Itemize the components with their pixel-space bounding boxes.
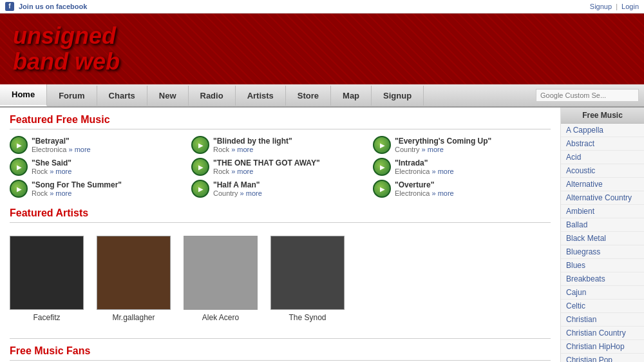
nav-radio[interactable]: Radio bbox=[189, 86, 236, 106]
nav-artists[interactable]: Artists bbox=[236, 86, 286, 106]
music-title: "Everything's Coming Up" bbox=[395, 137, 491, 146]
play-button[interactable] bbox=[373, 180, 391, 198]
sidebar-item-cajun[interactable]: Cajun bbox=[561, 286, 644, 300]
topbar: f Join us on facebook Signup | Login bbox=[0, 0, 644, 14]
login-link[interactable]: Login bbox=[621, 3, 639, 10]
site-logo: unsigned band web bbox=[13, 23, 120, 74]
sidebar-item-acid[interactable]: Acid bbox=[561, 151, 644, 164]
artist-image bbox=[270, 236, 345, 310]
nav-charts[interactable]: Charts bbox=[97, 86, 147, 106]
list-item: "She Said" Rock » more bbox=[10, 158, 187, 176]
main-nav: Home Forum Charts New Radio Artists Stor… bbox=[0, 84, 644, 108]
music-genre: Rock » more bbox=[32, 167, 71, 175]
music-info: "Everything's Coming Up" Country » more bbox=[395, 137, 491, 153]
auth-links: Signup | Login bbox=[590, 3, 639, 10]
sidebar-item-christian-hiphop[interactable]: Christian HipHop bbox=[561, 340, 644, 354]
play-button[interactable] bbox=[10, 158, 28, 176]
more-link[interactable]: » more bbox=[68, 146, 90, 153]
music-info: "THE ONE THAT GOT AWAY" Rock » more bbox=[213, 158, 320, 175]
music-title: "Song For The Summer" bbox=[32, 180, 122, 189]
play-button[interactable] bbox=[191, 136, 209, 154]
sidebar-item-christian[interactable]: Christian bbox=[561, 313, 644, 327]
music-genre: Electronica » more bbox=[32, 146, 91, 153]
signup-link[interactable]: Signup bbox=[590, 3, 612, 10]
music-genre: Rock » more bbox=[32, 189, 122, 197]
more-link[interactable]: » more bbox=[431, 189, 453, 197]
sidebar-item-blues[interactable]: Blues bbox=[561, 259, 644, 272]
artist-name: Mr.gallagher bbox=[112, 313, 155, 322]
sidebar-item-christian-country[interactable]: Christian Country bbox=[561, 327, 644, 340]
section-divider bbox=[10, 338, 551, 339]
play-button[interactable] bbox=[10, 180, 28, 198]
search-input[interactable] bbox=[536, 89, 639, 102]
more-link[interactable]: » more bbox=[240, 189, 262, 197]
sidebar-item-black-metal[interactable]: Black Metal bbox=[561, 232, 644, 245]
music-info: "Intrada" Electronica » more bbox=[395, 158, 454, 175]
sidebar-item-acappella[interactable]: A Cappella bbox=[561, 124, 644, 137]
sidebar-item-bluegrass[interactable]: Bluegrass bbox=[561, 245, 644, 259]
fans-title: Free Music Fans bbox=[10, 345, 551, 361]
music-genre: Electronica » more bbox=[395, 167, 454, 175]
play-button[interactable] bbox=[191, 180, 209, 198]
site-header: unsigned band web bbox=[0, 14, 644, 84]
sidebar-item-alternative[interactable]: Alternative bbox=[561, 178, 644, 191]
sidebar-item-ambient[interactable]: Ambient bbox=[561, 205, 644, 218]
nav-home[interactable]: Home bbox=[0, 84, 47, 106]
list-item[interactable]: Facefitz bbox=[10, 236, 84, 322]
list-item: "Intrada" Electronica » more bbox=[373, 158, 551, 176]
nav-forum[interactable]: Forum bbox=[47, 86, 97, 106]
more-link[interactable]: » more bbox=[431, 167, 453, 175]
facebook-icon: f bbox=[5, 2, 14, 11]
music-genre: Country » more bbox=[213, 189, 262, 197]
featured-artists-title: Featured Artists bbox=[10, 207, 551, 223]
featured-music-title: Featured Free Music bbox=[10, 114, 551, 129]
sidebar-item-abstract[interactable]: Abstract bbox=[561, 137, 644, 151]
music-title: "Intrada" bbox=[395, 158, 454, 167]
more-link[interactable]: » more bbox=[422, 146, 444, 153]
more-link[interactable]: » more bbox=[231, 167, 253, 175]
nav-map[interactable]: Map bbox=[331, 86, 372, 106]
artist-image bbox=[97, 236, 171, 310]
sidebar-item-christian-pop[interactable]: Christian Pop bbox=[561, 354, 644, 362]
nav-store[interactable]: Store bbox=[286, 86, 331, 106]
artist-image bbox=[10, 236, 84, 310]
nav-new[interactable]: New bbox=[147, 86, 189, 106]
artist-name: Facefitz bbox=[33, 313, 60, 322]
sidebar-item-breakbeats[interactable]: Breakbeats bbox=[561, 272, 644, 286]
music-title: "She Said" bbox=[32, 158, 71, 167]
list-item: "Everything's Coming Up" Country » more bbox=[373, 136, 551, 154]
play-button[interactable] bbox=[373, 158, 391, 176]
sidebar-item-alternative-country[interactable]: Alternative Country bbox=[561, 191, 644, 205]
list-item: "Song For The Summer" Rock » more bbox=[10, 180, 187, 198]
facebook-text: Join us on facebook bbox=[19, 3, 87, 10]
artist-image bbox=[184, 236, 258, 310]
music-genre: Electronica » more bbox=[395, 189, 454, 197]
more-link[interactable]: » more bbox=[50, 189, 71, 197]
music-info: "Song For The Summer" Rock » more bbox=[32, 180, 122, 197]
music-genre: Country » more bbox=[395, 146, 491, 153]
list-item[interactable]: Alek Acero bbox=[184, 236, 258, 322]
sidebar-item-celtic[interactable]: Celtic bbox=[561, 300, 644, 313]
play-button[interactable] bbox=[373, 136, 391, 154]
nav-signup[interactable]: Signup bbox=[372, 86, 424, 106]
list-item[interactable]: The Synod bbox=[270, 236, 345, 322]
more-link[interactable]: » more bbox=[231, 146, 253, 153]
music-info: "Blinded by the light" Rock » more bbox=[213, 137, 292, 153]
music-grid: "Betrayal" Electronica » more "Blinded b… bbox=[10, 136, 551, 198]
artist-name: The Synod bbox=[289, 313, 326, 322]
facebook-link[interactable]: f Join us on facebook bbox=[5, 2, 87, 11]
auth-separator: | bbox=[616, 3, 618, 10]
content-area: Featured Free Music "Betrayal" Electroni… bbox=[0, 108, 560, 362]
list-item: "Half A Man" Country » more bbox=[191, 180, 369, 198]
play-button[interactable] bbox=[10, 136, 28, 154]
list-item: "THE ONE THAT GOT AWAY" Rock » more bbox=[191, 158, 369, 176]
logo-line1: unsigned bbox=[13, 23, 120, 49]
sidebar-item-acoustic[interactable]: Acoustic bbox=[561, 164, 644, 178]
list-item[interactable]: Mr.gallagher bbox=[97, 236, 171, 322]
music-title: "Overture" bbox=[395, 180, 454, 189]
play-button[interactable] bbox=[191, 158, 209, 176]
more-link[interactable]: » more bbox=[50, 167, 71, 175]
sidebar-item-ballad[interactable]: Ballad bbox=[561, 218, 644, 232]
list-item: "Blinded by the light" Rock » more bbox=[191, 136, 369, 154]
sidebar-header: Free Music bbox=[561, 108, 644, 124]
